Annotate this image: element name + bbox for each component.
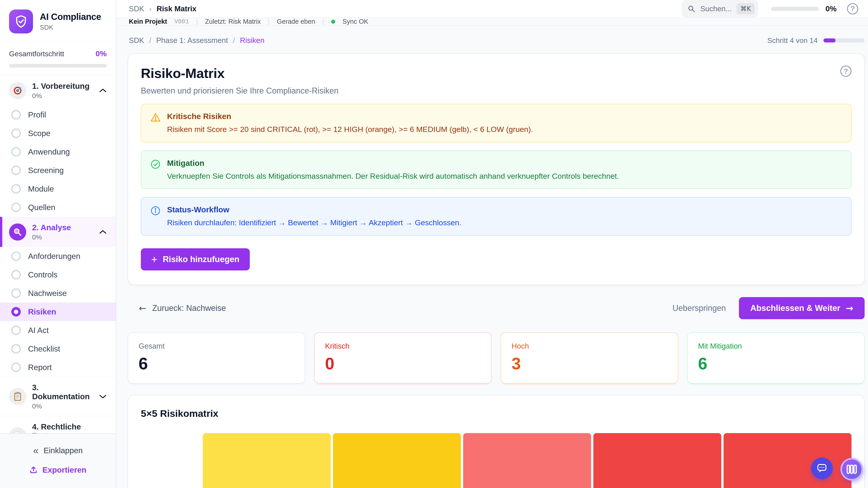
topbar-progress-value: 0%	[826, 4, 837, 13]
radio-icon	[11, 289, 21, 298]
matrix-cell-5[interactable]	[723, 433, 851, 488]
sidebar-item-label: Scope	[28, 129, 51, 138]
sidebar-section-analyse[interactable]: 2. Analyse 0%	[0, 217, 116, 247]
sidebar-item-report[interactable]: Report	[0, 358, 116, 377]
matrix-cell-4[interactable]	[593, 433, 721, 488]
app-logo-shield-icon	[9, 9, 33, 33]
export-button[interactable]: Exportieren	[29, 465, 87, 475]
kanban-fab-button[interactable]	[840, 458, 863, 481]
info-circle-icon	[150, 205, 161, 216]
sidebar-item-ai-act[interactable]: AI Act	[0, 321, 116, 339]
risk-matrix-card: Risiko-Matrix Bewerten und priorisieren …	[128, 53, 865, 285]
clipboard-icon	[9, 388, 26, 405]
arrow-right-icon: →	[846, 304, 853, 313]
radio-selected-icon	[11, 307, 21, 317]
sidebar-section-rechtliche-texte[interactable]: 4. Rechtliche Texte 0%	[0, 416, 116, 433]
radio-icon	[11, 166, 21, 175]
wizard-step-indicator: Schritt 4 von 14	[767, 36, 865, 45]
sidebar-item-profil[interactable]: Profil	[0, 105, 116, 124]
sidebar-section-dokumentation[interactable]: 3. Dokumentation 0%	[0, 377, 116, 416]
sidebar-item-label: Screening	[28, 166, 64, 175]
sidebar-item-module[interactable]: Module	[0, 180, 116, 198]
page-title: Risiko-Matrix	[141, 66, 338, 81]
back-button[interactable]: ← Zurueck: Nachweise	[139, 303, 226, 313]
statusbar: Kein Projekt V001 | Zuletzt: Risk Matrix…	[116, 18, 868, 26]
sync-status-dot	[331, 20, 335, 24]
sidebar-item-label: Profil	[28, 110, 46, 119]
breadcrumb-phase[interactable]: Phase 1: Assessment	[156, 36, 228, 45]
breadcrumb-separator: /	[149, 36, 151, 45]
sidebar-item-label: Anforderungen	[28, 252, 81, 261]
sync-status-label: Sync OK	[342, 18, 368, 25]
section-label: 3. Dokumentation	[32, 383, 93, 401]
sidebar-item-scope[interactable]: Scope	[0, 124, 116, 142]
keyboard-shortcut-badge: ⌘K	[737, 3, 754, 14]
stat-card-kritisch: Kritisch 0	[314, 332, 492, 384]
alert-body: Risiken durchlaufen: Identifiziert → Bew…	[167, 218, 461, 228]
sidebar-item-checklist[interactable]: Checklist	[0, 339, 116, 358]
target-icon	[9, 82, 26, 99]
alert-status-workflow: Status-Workflow Risiken durchlaufen: Ide…	[141, 197, 851, 236]
radio-icon	[11, 203, 21, 212]
last-visited: Zuletzt: Risk Matrix	[205, 18, 261, 25]
alert-body: Risiken mit Score >= 20 sind CRITICAL (r…	[167, 125, 533, 134]
section-progress: 0%	[32, 233, 71, 241]
stats-row: Gesamt 6 Kritisch 0 Hoch 3 Mit Mitigatio…	[128, 332, 865, 384]
memo-icon	[9, 427, 26, 433]
breadcrumb-separator: /	[233, 36, 235, 45]
sidebar-item-controls[interactable]: Controls	[0, 265, 116, 284]
app-subtitle: SDK	[40, 24, 101, 31]
matrix-cell-2[interactable]	[333, 433, 461, 488]
breadcrumb-current: Risk Matrix	[157, 4, 196, 13]
matrix-title: 5×5 Risikomatrix	[141, 408, 851, 419]
check-circle-icon	[150, 159, 161, 169]
stat-label: Hoch	[512, 342, 667, 350]
alert-body: Verknuepfen Sie Controls als Mitigations…	[167, 171, 619, 181]
sidebar-item-screening[interactable]: Screening	[0, 161, 116, 180]
collapse-sidebar-button[interactable]: « Einklappen	[33, 446, 83, 455]
radio-icon	[11, 184, 21, 194]
wizard-nav-row: ← Zurueck: Nachweise Ueberspringen Absch…	[128, 297, 865, 319]
radio-icon	[11, 344, 21, 354]
sidebar-item-risiken[interactable]: Risiken	[0, 302, 116, 321]
topbar: SDK › Risk Matrix Suchen... ⌘K 0% ?	[116, 0, 868, 18]
breadcrumb-root[interactable]: SDK	[129, 4, 144, 13]
breadcrumb-separator: ›	[149, 4, 152, 13]
matrix-cell-1[interactable]	[203, 433, 331, 488]
chevron-down-icon	[99, 394, 107, 399]
version-badge: V001	[174, 18, 189, 25]
help-icon[interactable]: ?	[847, 3, 858, 14]
collapse-label: Einklappen	[43, 446, 83, 455]
alert-kritische-risiken: Kritische Risiken Risiken mit Score >= 2…	[141, 104, 851, 142]
matrix-axis-spacer	[141, 433, 200, 488]
search-input[interactable]: Suchen... ⌘K	[682, 0, 758, 18]
sidebar-item-label: Risiken	[28, 307, 56, 316]
last-saved: Gerade eben	[277, 18, 315, 25]
matrix-cell-3[interactable]	[463, 433, 591, 488]
main-content: SDK › Risk Matrix Suchen... ⌘K 0% ? Kein…	[116, 0, 868, 488]
sidebar-item-anforderungen[interactable]: Anforderungen	[0, 247, 116, 265]
matrix-row	[141, 433, 851, 488]
sidebar-item-label: Nachweise	[28, 289, 67, 298]
sidebar-item-anwendung[interactable]: Anwendung	[0, 142, 116, 161]
section-label: 4. Rechtliche Texte	[32, 422, 93, 433]
magnifier-icon	[9, 223, 26, 240]
search-placeholder: Suchen...	[700, 4, 732, 13]
overall-progress-track	[9, 64, 107, 68]
section-progress: 0%	[32, 92, 90, 100]
card-help-icon[interactable]: ?	[840, 66, 851, 77]
radio-icon	[11, 270, 21, 280]
sidebar-item-quellen[interactable]: Quellen	[0, 198, 116, 217]
skip-button[interactable]: Ueberspringen	[673, 303, 726, 313]
radio-icon	[11, 110, 21, 120]
sidebar-header: AI Compliance SDK	[0, 0, 116, 42]
sidebar-section-vorbereitung[interactable]: 1. Vorbereitung 0%	[0, 75, 116, 105]
finish-and-next-button[interactable]: Abschliessen & Weiter →	[739, 297, 865, 319]
stat-label: Mit Mitigation	[698, 342, 854, 350]
overall-progress-label: Gesamtfortschritt	[9, 50, 64, 58]
chat-fab-button[interactable]	[811, 457, 833, 479]
breadcrumb-sdk[interactable]: SDK	[129, 36, 144, 45]
add-risk-button[interactable]: + Risiko hinzufuegen	[141, 248, 250, 270]
chat-bubble-icon	[816, 463, 828, 474]
sidebar-item-nachweise[interactable]: Nachweise	[0, 284, 116, 302]
